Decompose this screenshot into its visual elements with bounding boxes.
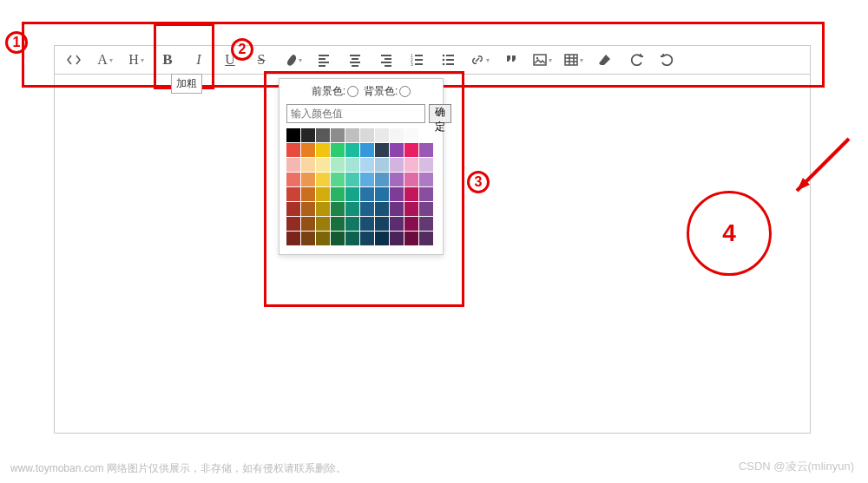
- color-swatch[interactable]: [301, 158, 315, 172]
- footer-watermark: CSDN @凌云(mlinyun): [739, 459, 854, 474]
- footer-disclaimer: www.toymoban.com 网络图片仅供展示，非存储，如有侵权请联系删除。: [10, 461, 346, 476]
- color-swatch[interactable]: [301, 217, 315, 231]
- color-swatch[interactable]: [419, 187, 433, 201]
- color-panel: 前景色: 背景色: 确定: [279, 78, 444, 255]
- color-swatch[interactable]: [360, 187, 374, 201]
- color-swatch[interactable]: [345, 158, 359, 172]
- foreground-label: 前景色:: [312, 84, 345, 99]
- color-swatch[interactable]: [316, 173, 330, 186]
- bold-tooltip: 加粗: [171, 74, 202, 94]
- color-swatch[interactable]: [375, 143, 389, 157]
- color-swatch[interactable]: [331, 232, 345, 245]
- color-swatch[interactable]: [316, 158, 330, 172]
- color-swatch-grid: [286, 128, 436, 245]
- color-swatch[interactable]: [360, 128, 374, 142]
- color-swatch[interactable]: [301, 143, 315, 157]
- color-swatch[interactable]: [331, 187, 345, 201]
- color-swatch[interactable]: [345, 232, 359, 245]
- callout-num-2: 2: [231, 38, 253, 61]
- background-label: 背景色:: [364, 84, 398, 99]
- color-swatch[interactable]: [286, 173, 300, 186]
- color-swatch[interactable]: [390, 232, 404, 245]
- color-swatch[interactable]: [360, 173, 374, 186]
- color-swatch[interactable]: [375, 232, 389, 245]
- color-swatch[interactable]: [331, 202, 345, 216]
- color-swatch[interactable]: [316, 202, 330, 216]
- color-swatch[interactable]: [301, 128, 315, 142]
- color-swatch[interactable]: [390, 173, 404, 186]
- color-swatch[interactable]: [286, 202, 300, 216]
- callout-num-4: 4: [687, 191, 772, 276]
- color-swatch[interactable]: [404, 202, 418, 216]
- confirm-button[interactable]: 确定: [429, 104, 451, 123]
- color-swatch[interactable]: [345, 173, 359, 186]
- color-swatch[interactable]: [419, 173, 433, 186]
- color-swatch[interactable]: [375, 217, 389, 231]
- color-swatch[interactable]: [375, 202, 389, 216]
- color-swatch[interactable]: [286, 143, 300, 157]
- background-radio-label[interactable]: 背景色:: [364, 84, 411, 99]
- color-swatch[interactable]: [375, 128, 389, 142]
- color-swatch[interactable]: [419, 143, 433, 157]
- callout-num-3: 3: [467, 171, 490, 193]
- foreground-radio[interactable]: [347, 86, 358, 97]
- color-swatch[interactable]: [375, 187, 389, 201]
- color-swatch[interactable]: [375, 173, 389, 186]
- color-swatch[interactable]: [404, 158, 418, 172]
- color-swatch[interactable]: [404, 232, 418, 245]
- color-swatch[interactable]: [345, 202, 359, 216]
- color-swatch[interactable]: [345, 217, 359, 231]
- color-swatch[interactable]: [331, 173, 345, 186]
- color-swatch[interactable]: [404, 187, 418, 201]
- color-swatch[interactable]: [419, 217, 433, 231]
- color-swatch[interactable]: [404, 128, 418, 142]
- color-swatch[interactable]: [360, 232, 374, 245]
- color-swatch[interactable]: [331, 217, 345, 231]
- color-value-input[interactable]: [286, 104, 425, 123]
- callout-num-1: 1: [5, 31, 28, 54]
- color-swatch[interactable]: [286, 217, 300, 231]
- color-swatch[interactable]: [375, 158, 389, 172]
- color-swatch[interactable]: [345, 187, 359, 201]
- color-swatch[interactable]: [360, 202, 374, 216]
- color-swatch[interactable]: [301, 232, 315, 245]
- color-swatch[interactable]: [345, 128, 359, 142]
- color-swatch[interactable]: [390, 128, 404, 142]
- color-swatch[interactable]: [331, 158, 345, 172]
- color-swatch[interactable]: [390, 217, 404, 231]
- color-swatch[interactable]: [404, 143, 418, 157]
- color-swatch[interactable]: [345, 143, 359, 157]
- color-swatch[interactable]: [316, 143, 330, 157]
- color-swatch[interactable]: [286, 187, 300, 201]
- color-swatch[interactable]: [301, 173, 315, 186]
- color-swatch[interactable]: [390, 158, 404, 172]
- color-swatch[interactable]: [390, 143, 404, 157]
- color-swatch[interactable]: [360, 143, 374, 157]
- arrow-icon: [784, 134, 853, 207]
- color-swatch[interactable]: [316, 217, 330, 231]
- color-swatch[interactable]: [331, 128, 345, 142]
- color-swatch[interactable]: [301, 202, 315, 216]
- color-swatch[interactable]: [419, 202, 433, 216]
- color-swatch[interactable]: [390, 187, 404, 201]
- foreground-radio-label[interactable]: 前景色:: [312, 84, 358, 99]
- color-swatch[interactable]: [419, 128, 433, 142]
- color-swatch[interactable]: [360, 158, 374, 172]
- color-swatch[interactable]: [419, 158, 433, 172]
- color-swatch[interactable]: [404, 217, 418, 231]
- background-radio[interactable]: [399, 86, 411, 97]
- color-swatch[interactable]: [419, 232, 433, 245]
- color-swatch[interactable]: [404, 173, 418, 186]
- color-swatch[interactable]: [316, 187, 330, 201]
- color-swatch[interactable]: [316, 128, 330, 142]
- color-swatch[interactable]: [390, 202, 404, 216]
- color-swatch[interactable]: [331, 143, 345, 157]
- color-swatch[interactable]: [316, 232, 330, 245]
- color-swatch[interactable]: [286, 232, 300, 245]
- color-swatch[interactable]: [286, 158, 300, 172]
- color-swatch[interactable]: [301, 187, 315, 201]
- color-swatch[interactable]: [286, 128, 300, 142]
- color-swatch[interactable]: [360, 217, 374, 231]
